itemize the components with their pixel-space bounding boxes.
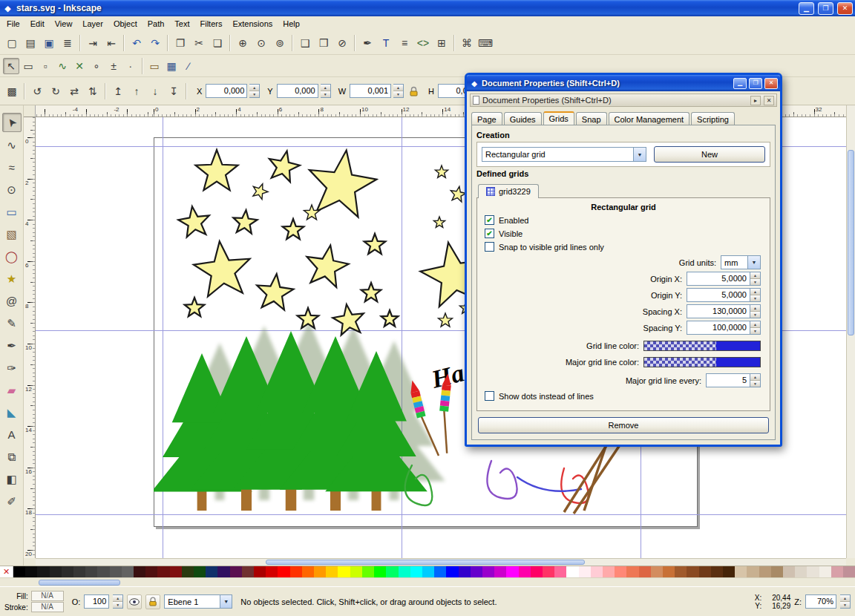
snap-grid-button[interactable]: ▦ <box>163 58 180 74</box>
palette-swatch[interactable] <box>110 566 122 577</box>
zoom-page-button[interactable]: ⊚ <box>271 34 289 52</box>
ruler-corner[interactable] <box>24 105 36 117</box>
x-spinner[interactable]: ▲▼ <box>249 84 260 98</box>
palette-swatch[interactable] <box>134 566 145 577</box>
layers-dialog-button[interactable]: ≡ <box>396 34 413 52</box>
spin-up-icon[interactable]: ▲ <box>249 85 259 91</box>
palette-swatch[interactable] <box>350 566 362 577</box>
dropdown-icon[interactable]: ▼ <box>633 148 646 161</box>
palette-swatch[interactable] <box>278 566 289 577</box>
star-shape[interactable] <box>435 166 448 177</box>
palette-swatch[interactable] <box>543 566 554 577</box>
eraser-tool[interactable]: ▰ <box>2 380 22 399</box>
gradient-tool[interactable]: ◧ <box>2 469 22 488</box>
spin-up-icon[interactable]: ▲ <box>750 289 760 295</box>
palette-swatch[interactable] <box>771 566 783 577</box>
w-spinner[interactable]: ▲▼ <box>393 84 404 98</box>
close-button[interactable]: ✕ <box>837 2 853 15</box>
no-color-swatch[interactable]: ✕ <box>0 566 13 577</box>
new-grid-button[interactable]: New <box>654 146 765 163</box>
raise-to-top-button[interactable]: ↥ <box>109 82 127 100</box>
visible-checkbox[interactable]: ✔ <box>485 229 494 238</box>
rotate-ccw-button[interactable]: ↺ <box>28 82 46 100</box>
palette-swatch[interactable] <box>25 566 37 577</box>
menu-extensions[interactable]: Extensions <box>227 17 278 30</box>
flip-vertical-button[interactable]: ⇅ <box>84 82 102 100</box>
cut-button[interactable]: ✂ <box>190 34 208 52</box>
spin-up-icon[interactable]: ▲ <box>750 272 760 278</box>
palette-swatch[interactable] <box>446 566 458 577</box>
menu-text[interactable]: Text <box>169 17 194 30</box>
palette-scrollbar[interactable] <box>0 577 855 586</box>
3dbox-tool[interactable]: ▧ <box>2 224 22 243</box>
palette-swatch[interactable] <box>85 566 97 577</box>
save-document-button[interactable]: ▣ <box>40 34 58 52</box>
palette-swatch[interactable] <box>531 566 543 577</box>
palette-swatch[interactable] <box>242 566 254 577</box>
palette-swatch[interactable] <box>399 566 410 577</box>
palette-swatch[interactable] <box>374 566 386 577</box>
origin-x-input[interactable]: 5,0000 <box>687 272 750 286</box>
palette-swatch[interactable] <box>807 566 819 577</box>
lower-to-bottom-button[interactable]: ↧ <box>165 82 183 100</box>
tab-grids[interactable]: Grids <box>543 111 574 125</box>
flip-horizontal-button[interactable]: ⇄ <box>65 82 83 100</box>
star-shape[interactable] <box>233 210 257 234</box>
paint-bucket-tool[interactable]: ◣ <box>2 402 22 422</box>
star-shape[interactable] <box>253 184 268 200</box>
palette-swatch[interactable] <box>410 566 422 577</box>
w-input[interactable]: 0,001 <box>350 84 391 98</box>
menu-view[interactable]: View <box>50 17 78 30</box>
palette-swatch[interactable] <box>314 566 326 577</box>
zoom-spinner[interactable]: ▲▼ <box>840 594 851 609</box>
clone-button[interactable]: ❒ <box>315 34 332 52</box>
snap-enable-button[interactable]: ↖ <box>3 58 19 74</box>
grid-item-tab[interactable]: grid3229 <box>478 184 539 198</box>
spacing-y-spinner[interactable]: ▲▼ <box>750 321 761 335</box>
star-shape[interactable] <box>361 283 381 301</box>
spin-up-icon[interactable]: ▲ <box>750 374 760 380</box>
spin-down-icon[interactable]: ▼ <box>750 327 760 334</box>
spin-up-icon[interactable]: ▲ <box>113 595 122 601</box>
menu-filters[interactable]: Filters <box>195 17 228 30</box>
stroke-value[interactable]: N/A <box>31 602 64 612</box>
snap-guides-button[interactable]: ∕ <box>180 58 197 74</box>
menu-file[interactable]: File <box>1 17 25 30</box>
palette-swatch[interactable] <box>73 566 85 577</box>
ribbon-curve[interactable] <box>517 477 581 491</box>
palette-swatch[interactable] <box>170 566 182 577</box>
horizontal-scrollbar[interactable] <box>36 558 846 566</box>
palette-swatch[interactable] <box>747 566 759 577</box>
undo-button[interactable]: ↶ <box>128 34 145 52</box>
palette-swatch[interactable] <box>591 566 603 577</box>
palette-swatch[interactable] <box>639 566 651 577</box>
star-shape[interactable] <box>332 304 364 335</box>
origin-x-spinner[interactable]: ▲▼ <box>750 272 761 286</box>
dock-arrow-button[interactable]: ▸ <box>750 96 761 105</box>
zoom-tool[interactable]: ⊙ <box>2 180 22 199</box>
palette-swatch[interactable] <box>182 566 194 577</box>
palette-swatch[interactable] <box>482 566 494 577</box>
zoom-selection-button[interactable]: ⊕ <box>234 34 252 52</box>
spin-down-icon[interactable]: ▼ <box>750 295 760 301</box>
palette-swatch[interactable] <box>675 566 687 577</box>
opacity-spinner[interactable]: ▲▼ <box>113 594 123 609</box>
star-shape[interactable] <box>283 219 304 239</box>
palette-swatch[interactable] <box>62 566 73 577</box>
dock-header[interactable]: Document Properties (Shift+Ctrl+D) ▸ ✕ <box>470 94 777 107</box>
spin-up-icon[interactable]: ▲ <box>840 595 850 601</box>
spin-down-icon[interactable]: ▼ <box>750 380 760 387</box>
palette-swatch[interactable] <box>217 566 229 577</box>
star-shape[interactable] <box>433 217 445 228</box>
palette-scrollbar-thumb[interactable] <box>39 580 120 586</box>
palette-swatch[interactable] <box>122 566 134 577</box>
raise-button[interactable]: ↑ <box>128 82 145 100</box>
snap-smooth-nodes-button[interactable]: ± <box>105 58 122 74</box>
palette-swatch[interactable] <box>494 566 506 577</box>
palette-swatch[interactable] <box>687 566 698 577</box>
palette-swatch[interactable] <box>615 566 626 577</box>
spin-down-icon[interactable]: ▼ <box>750 311 760 318</box>
palette-swatch[interactable] <box>194 566 206 577</box>
y-spinner[interactable]: ▲▼ <box>321 84 331 98</box>
vertical-ruler[interactable]: 02468101214161820 <box>24 117 36 558</box>
